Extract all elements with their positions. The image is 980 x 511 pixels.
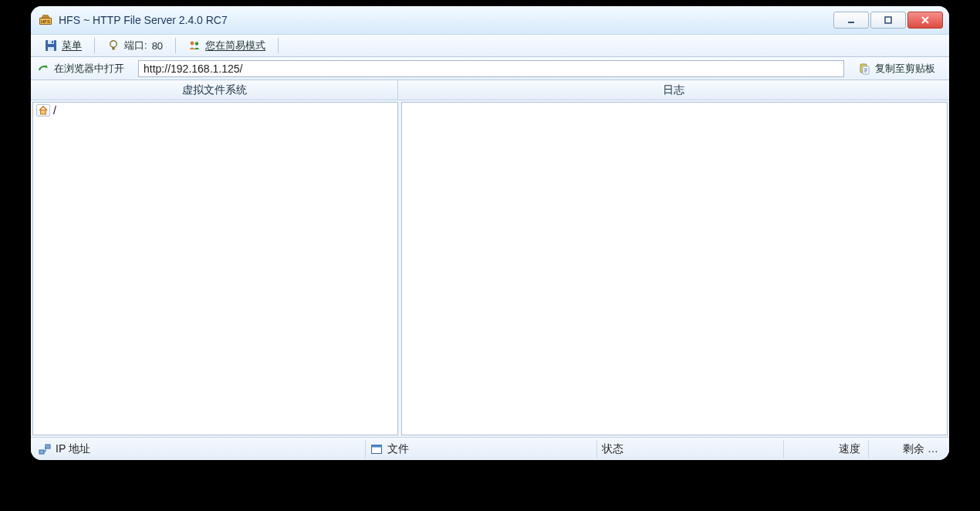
status-remaining-label: 剩余 … xyxy=(903,442,938,456)
content-area: / xyxy=(31,100,949,437)
status-remaining[interactable]: 剩余 … xyxy=(869,440,946,459)
svg-rect-16 xyxy=(39,450,44,454)
url-toolbar: 在浏览器中打开 复制至剪贴板 xyxy=(31,57,949,80)
status-ip-label: IP 地址 xyxy=(56,442,90,456)
mode-label: 您在简易模式 xyxy=(205,39,265,52)
disk-icon xyxy=(45,39,57,52)
vfs-pane[interactable]: / xyxy=(32,102,398,435)
svg-rect-3 xyxy=(848,22,854,23)
separator xyxy=(278,38,279,53)
panel-headers: 虚拟文件系统 日志 xyxy=(31,80,949,100)
svg-rect-19 xyxy=(372,445,382,447)
titlebar[interactable]: HFS HFS ~ HTTP File Server 2.4.0 RC7 xyxy=(31,6,949,34)
log-pane[interactable] xyxy=(401,102,948,435)
log-header[interactable]: 日志 xyxy=(398,80,949,100)
url-input[interactable] xyxy=(138,60,844,77)
window-controls xyxy=(832,12,943,29)
window-title: HFS ~ HTTP File Server 2.4.0 RC7 xyxy=(59,14,832,26)
lightbulb-icon xyxy=(107,39,120,52)
port-label: 端口: xyxy=(124,39,147,52)
open-arrow-icon xyxy=(37,63,49,75)
status-speed[interactable]: 速度 xyxy=(784,440,869,459)
open-in-browser-label: 在浏览器中打开 xyxy=(54,62,124,76)
users-icon xyxy=(188,39,201,52)
menu-label: 菜单 xyxy=(62,39,82,52)
menu-button[interactable]: 菜单 xyxy=(37,36,90,55)
status-ip[interactable]: IP 地址 xyxy=(34,440,366,459)
status-speed-label: 速度 xyxy=(839,442,860,456)
log-header-label: 日志 xyxy=(663,83,684,97)
window-icon xyxy=(370,443,383,455)
status-file-label: 文件 xyxy=(387,442,409,456)
svg-point-11 xyxy=(191,42,194,46)
svg-point-9 xyxy=(110,41,117,47)
status-state-label: 状态 xyxy=(602,442,623,456)
open-in-browser-button[interactable]: 在浏览器中打开 xyxy=(37,59,132,78)
copy-to-clipboard-button[interactable]: 复制至剪贴板 xyxy=(850,59,943,78)
vfs-root-item[interactable]: / xyxy=(33,103,397,118)
svg-rect-15 xyxy=(41,110,46,115)
svg-rect-10 xyxy=(112,47,114,50)
close-button[interactable] xyxy=(907,12,943,29)
separator xyxy=(94,38,95,53)
vfs-root-label: / xyxy=(53,104,56,117)
svg-rect-17 xyxy=(46,445,50,448)
svg-text:HFS: HFS xyxy=(41,19,50,24)
statusbar: IP 地址 文件 状态 速度 剩余 … xyxy=(31,437,949,460)
main-toolbar: 菜单 端口: 80 您在简易模式 xyxy=(31,34,949,57)
mode-button[interactable]: 您在简易模式 xyxy=(181,36,273,55)
status-file[interactable]: 文件 xyxy=(366,440,597,459)
maximize-button[interactable] xyxy=(870,12,906,29)
minimize-button[interactable] xyxy=(833,12,869,29)
separator xyxy=(175,38,176,53)
copy-label: 复制至剪贴板 xyxy=(875,62,935,76)
port-value: 80 xyxy=(152,40,163,52)
app-icon: HFS xyxy=(39,13,52,27)
svg-rect-8 xyxy=(52,41,53,43)
network-icon xyxy=(39,443,51,455)
home-icon xyxy=(36,104,50,117)
vfs-header[interactable]: 虚拟文件系统 xyxy=(31,80,398,100)
vfs-header-label: 虚拟文件系统 xyxy=(182,83,247,97)
clipboard-icon xyxy=(858,63,870,75)
svg-point-12 xyxy=(195,42,198,45)
port-button[interactable]: 端口: 80 xyxy=(100,36,171,55)
status-state[interactable]: 状态 xyxy=(597,440,784,459)
svg-rect-7 xyxy=(48,47,54,51)
app-window: HFS HFS ~ HTTP File Server 2.4.0 RC7 xyxy=(31,6,949,460)
svg-rect-4 xyxy=(885,17,891,23)
